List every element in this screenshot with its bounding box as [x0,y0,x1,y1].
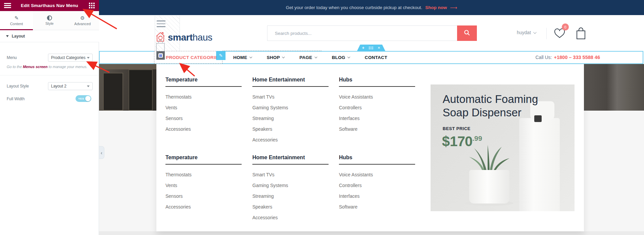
menu-link[interactable]: Interfaces [339,113,415,124]
account-username: huydat [517,30,531,35]
search-button[interactable] [457,25,477,41]
site-preview: Get your order today when you choose cur… [99,0,644,235]
menu-link[interactable]: Gaming Systems [252,102,329,113]
menu-link[interactable]: Streaming [252,113,329,124]
menu-link[interactable]: Interfaces [339,191,415,201]
gear-icon: ⚙ [80,15,85,21]
call-us-label: Call Us: [536,55,552,60]
menu-column-temperature: Temperature Thermostats Vents Sensors Ac… [165,77,242,134]
menu-link[interactable]: Sensors [165,191,242,201]
menu-link[interactable]: Software [339,201,415,212]
layout-style-select[interactable]: Layout 2 [48,82,93,90]
chevron-down-icon [314,55,317,58]
heading-underline [252,86,329,87]
contrast-icon [47,15,52,20]
panel-tabs: ✎ Content Style ⚙ Advanced [0,11,99,30]
search-input[interactable] [267,25,457,41]
menu-link[interactable]: Controllers [339,102,415,113]
column-heading[interactable]: Home Entertainment [252,155,329,161]
layout-section-header[interactable]: Layout [0,30,99,42]
nav-item-page[interactable]: PAGE [299,55,316,60]
menu-select[interactable]: Product Categories [48,54,93,62]
heading-underline [339,164,415,165]
tab-style[interactable]: Style [33,11,66,30]
menu-column-home-entertainment: Home Entertainment Smart TVs Gaming Syst… [252,155,329,223]
menu-link[interactable]: Smart TVs [252,92,329,102]
column-heading[interactable]: Temperature [165,77,242,83]
menu-link[interactable]: Thermostats [165,92,242,102]
nav-item-blog[interactable]: BLOG [332,55,349,60]
logo-text: smarthaus [168,32,212,43]
page-background-left [99,111,156,235]
promo-card[interactable]: Automatic Foaming Soap Dispenser BEST PR… [431,84,575,211]
panel-title: Edit Smarthaus Nav Menu [0,3,99,8]
column-heading[interactable]: Temperature [165,155,242,161]
menu-link[interactable]: Accessories [252,212,329,223]
header-divider [546,28,547,39]
menu-link[interactable]: Software [339,124,415,134]
menu-link[interactable]: Streaming [252,191,329,201]
chevron-down-icon [347,55,350,58]
menu-link[interactable]: Smart TVs [252,169,329,180]
nav-item-shop[interactable]: SHOP [267,55,284,60]
menu-link[interactable]: Speakers [252,124,329,134]
section-handle-tab: + ✕ [357,45,385,51]
promo-badge: BEST PRICE [443,126,470,131]
pencil-icon: ✎ [219,53,223,58]
full-width-toggle[interactable]: YES [76,95,91,102]
column-handle[interactable] [156,51,165,60]
tab-content[interactable]: ✎ Content [0,11,33,30]
menu-link[interactable]: Gaming Systems [252,180,329,191]
add-section-button[interactable]: + [362,46,365,50]
shopping-bag-icon [576,35,586,41]
page-background-right [584,111,644,235]
phone-link[interactable]: +1800 – 333 5588 46 [554,55,600,60]
menu-link[interactable]: Vents [165,102,242,113]
menu-column-temperature: Temperature Thermostats Vents Sensors Ac… [165,155,242,212]
page-background-bottom [99,231,644,235]
heart-icon [554,34,565,40]
edit-widget-button[interactable]: ✎ [216,51,226,60]
menu-link[interactable]: Vents [165,180,242,191]
cart-button[interactable] [576,27,586,41]
mega-menu-dropdown: Temperature Thermostats Vents Sensors Ac… [156,64,584,231]
layout-style-label: Layout Style [7,84,29,89]
nav-item-home[interactable]: HOME [233,55,251,60]
column-heading[interactable]: Hubs [339,155,415,161]
offcanvas-menu-icon[interactable] [157,20,165,29]
menu-label: Menu [7,55,17,60]
panel-header: Edit Smarthaus Nav Menu [0,0,99,11]
panel-menu-icon[interactable] [4,3,11,8]
column-icon [158,53,163,58]
panel-collapse-button[interactable]: ‹ [99,146,104,159]
menu-link[interactable]: Controllers [339,180,415,191]
menu-link[interactable]: Accessories [165,201,242,212]
menu-link[interactable]: Accessories [252,134,329,145]
tab-advanced[interactable]: ⚙ Advanced [66,11,99,30]
menu-link[interactable]: Speakers [252,201,329,212]
delete-section-button[interactable]: ✕ [378,46,380,50]
drag-section-handle[interactable] [369,47,373,49]
chevron-down-icon [249,55,252,58]
menu-link[interactable]: Voice Assistants [339,92,415,102]
column-heading[interactable]: Home Entertainment [252,77,329,83]
menu-link[interactable]: Sensors [165,113,242,124]
product-categories-toggle[interactable]: PRODUCT CATEGORIES [166,51,221,64]
full-width-label: Full Width [7,97,24,101]
heading-underline [339,86,415,87]
menu-link[interactable]: Accessories [165,124,242,134]
nav-item-contact[interactable]: CONTACT [365,55,387,60]
menu-link[interactable]: Voice Assistants [339,169,415,180]
caret-down-icon [6,35,9,37]
chevron-down-icon [533,31,537,34]
widgets-grid-icon[interactable] [89,3,95,10]
menu-link[interactable]: Thermostats [165,169,242,180]
menu-column-hubs: Hubs Voice Assistants Controllers Interf… [339,155,415,212]
call-us: Call Us: +1800 – 333 5588 46 [536,51,600,64]
shop-now-link[interactable]: Shop now [425,5,447,10]
menus-screen-link[interactable]: Menus screen [23,65,47,69]
main-nav: HOME SHOP PAGE BLOG CONTACT [233,51,387,64]
plant-pot-image [469,170,509,203]
account-menu[interactable]: huydat [517,30,536,35]
column-heading[interactable]: Hubs [339,77,415,83]
